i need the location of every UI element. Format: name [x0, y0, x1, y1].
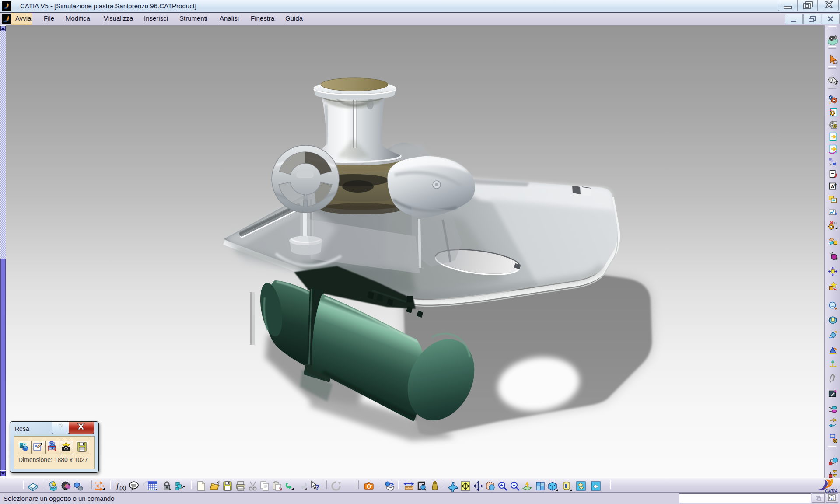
svg-text:(x): (x) — [119, 484, 126, 491]
svg-text:?: ? — [315, 484, 319, 491]
svg-text:15: 15 — [833, 183, 837, 187]
svg-text:}=: }= — [181, 484, 186, 490]
svg-text:n: n — [834, 220, 836, 224]
